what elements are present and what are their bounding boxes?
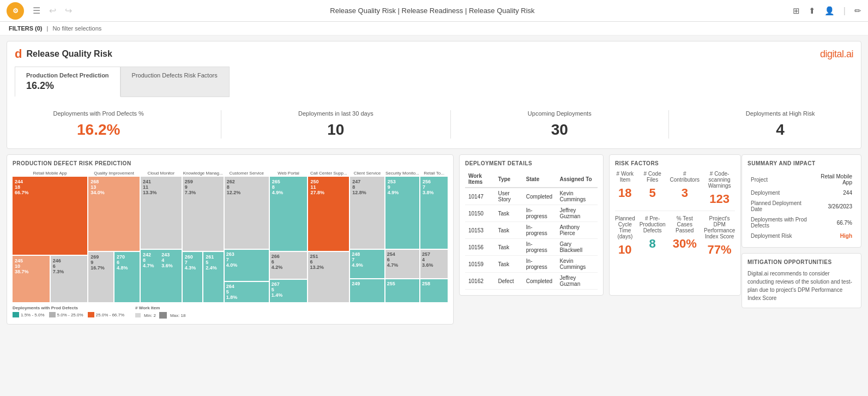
table-row[interactable]: 10156TaskIn-progressGary Blackwell <box>465 239 598 256</box>
tm-cell-266-267: 266 6 4.2% 267 5 1.4% <box>270 252 308 302</box>
app-logo[interactable]: ⚙ <box>7 2 24 20</box>
treemap-grid: 244 18 66.7% 245 10 38.7% 246 6 <box>13 177 448 302</box>
treemap-col-7: 250 11 27.8% 251 6 13.2% <box>308 177 349 302</box>
tm-cell-257[interactable]: 257 4 3.6% <box>420 250 448 278</box>
tm-cell-269[interactable]: 269 9 16.7% <box>88 252 113 302</box>
filter-icon[interactable]: ⊞ <box>793 6 800 16</box>
tm-cell-245[interactable]: 245 10 38.7% <box>13 256 50 302</box>
undo-icon[interactable]: ↩ <box>49 5 56 16</box>
tm-cell-254[interactable]: 254 6 4.7% <box>385 250 419 278</box>
mitigation-title: MITIGATION OPPORTUNITIES <box>748 259 855 265</box>
tm-cell-247[interactable]: 247 8 12.8% <box>350 177 384 249</box>
kpi-upcoming: Upcoming Deployments 30 <box>528 110 592 139</box>
treemap-col-1: 244 18 66.7% 245 10 38.7% 246 6 <box>13 177 87 302</box>
tm-cell-251-item[interactable]: 251 6 13.2% <box>308 252 349 302</box>
user-icon[interactable]: 👤 <box>824 6 835 16</box>
tm-cell-261[interactable]: 261 5 2.4% <box>203 252 223 302</box>
right-col: SUMMARY AND IMPACT Project Retail Mobile… <box>742 154 861 325</box>
redo-icon[interactable]: ↪ <box>65 5 72 16</box>
header-section: d Release Quality Risk digital.ai Produc… <box>7 41 861 149</box>
tm-cell-267[interactable]: 267 5 1.4% <box>270 280 308 302</box>
col-header-1: Retail Mobile App <box>13 171 87 176</box>
summary-row: Deployment 244 <box>749 188 854 197</box>
col-type: Type <box>495 171 523 188</box>
svg-text:⚙: ⚙ <box>13 7 19 15</box>
tab-risk-factors[interactable]: Production Defects Risk Factors <box>120 67 230 97</box>
tm-cell-258[interactable]: 258 <box>420 279 448 302</box>
risk-value-8: 77% <box>704 243 735 257</box>
summary-row: Deployment Risk High <box>749 231 854 241</box>
col-header-8: Client Service <box>350 171 384 176</box>
tm-cell-260[interactable]: 260 7 4.3% <box>183 252 202 302</box>
tm-cell-248-249: 248 7 4.9% 249 <box>350 250 384 302</box>
col-header-4: Knowledge Manag... <box>183 171 224 176</box>
tm-cell-266[interactable]: 266 6 4.2% <box>270 252 308 279</box>
tm-cell-244[interactable]: 244 18 66.7% <box>13 177 87 255</box>
risk-grid: # Work Item 18 # Code Files 5 # Contribu… <box>615 171 735 257</box>
table-row[interactable]: 10159TaskIn-progressKevin Cummings <box>465 256 598 273</box>
summary-value-risk: High <box>814 231 854 241</box>
summary-label-defects: Deployments with Prod Defects <box>749 215 813 230</box>
bottom-row: PRODUCTION DEFECT RISK PREDICTION Retail… <box>7 154 861 325</box>
tabs-row: Production Defect Prediction 16.2% Produ… <box>15 67 853 97</box>
tm-cell-256[interactable]: 256 7 3.8% <box>420 177 448 249</box>
risk-value-2: 5 <box>640 186 666 200</box>
filters-bar: FILTERS (0) | No filter selections <box>0 22 868 35</box>
legend-orange: 25.0% - 66.7% <box>88 312 124 317</box>
col-work-items: Work Items <box>465 171 495 188</box>
kpi-value-3: 30 <box>528 121 592 139</box>
deployment-header-row: Work Items Type State Assigned To <box>465 171 598 188</box>
header-top: d Release Quality Risk digital.ai <box>15 47 853 61</box>
tab-production-defect[interactable]: Production Defect Prediction 16.2% <box>15 67 120 97</box>
filters-text: No filter selections <box>52 25 101 32</box>
filters-label[interactable]: FILTERS (0) <box>9 25 43 32</box>
tab-value-1: 16.2% <box>26 80 109 92</box>
tm-cell-253[interactable]: 253 9 4.9% <box>385 177 419 249</box>
tm-cell-268[interactable]: 268 13 34.0% <box>88 177 140 251</box>
tm-cell-241[interactable]: 241 11 13.3% <box>141 177 182 249</box>
treemap-col-3: 241 11 13.3% 242 8 4.7% 243 <box>141 177 182 302</box>
treemap-col-10: 256 7 3.8% 257 4 3.6% 258 <box>420 177 448 302</box>
risk-label-5: Planned Cycle Time (days) <box>615 215 635 239</box>
legend-swatch-teal <box>13 312 19 317</box>
tm-cell-242-243[interactable]: 242 8 4.7% 243 4 3.6% <box>141 250 182 302</box>
tm-cell-264[interactable]: 264 5 1.8% <box>225 282 269 302</box>
menu-icon[interactable]: ☰ <box>33 5 40 16</box>
export-icon[interactable]: ⬆ <box>809 6 816 16</box>
kpi-high-risk: Deployments at High Risk 4 <box>746 110 815 139</box>
legend-swatch-max <box>159 312 167 319</box>
treemap-title: PRODUCTION DEFECT RISK PREDICTION <box>13 160 448 166</box>
edit-icon[interactable]: ✏ <box>854 6 861 16</box>
tm-cell-257-258: 257 4 3.6% 258 <box>420 250 448 302</box>
tm-cell-270[interactable]: 270 6 4.8% <box>114 252 140 302</box>
tm-cell-259[interactable]: 259 9 7.3% <box>183 177 224 251</box>
col-header-9: Security Monito... <box>385 171 419 176</box>
table-row[interactable]: 10147User StoryCompletedKevin Cummings <box>465 188 598 205</box>
risk-value-5: 10 <box>615 243 635 257</box>
tm-cell-249[interactable]: 249 <box>350 279 384 302</box>
panel-summary: SUMMARY AND IMPACT Project Retail Mobile… <box>742 154 861 248</box>
table-row[interactable]: 10153TaskIn-progressAnthony Pierce <box>465 222 598 239</box>
tm-cell-255[interactable]: 255 <box>385 279 419 302</box>
kpi-last30: Deployments in last 30 days 10 <box>298 110 373 139</box>
risk-value-3: 3 <box>670 186 700 200</box>
col-header-10: Retail To... <box>420 171 448 176</box>
table-row[interactable]: 10150TaskIn-progressJeffrey Guzman <box>465 205 598 222</box>
tm-cell-246[interactable]: 246 6 7.3% <box>51 256 88 302</box>
tm-cell-263[interactable]: 263 7 4.0% <box>225 250 269 281</box>
legend-swatch-min <box>135 313 141 317</box>
tm-cell-262[interactable]: 262 8 12.2% <box>225 177 269 249</box>
risk-label-6: # Pre-Production Defects <box>640 215 666 233</box>
tm-cell-248[interactable]: 248 7 4.9% <box>350 250 384 278</box>
treemap-col-8: 247 8 12.8% 248 7 4.9% 249 <box>350 177 384 302</box>
treemap-col-5: 262 8 12.2% 263 7 4.0% 264 5 1. <box>225 177 269 302</box>
risk-value-1: 18 <box>615 186 635 200</box>
kpi-label-2: Deployments in last 30 days <box>298 110 373 117</box>
legend-max: Max: 18 <box>170 313 185 318</box>
summary-row: Deployments with Prod Defects 66.7% <box>749 215 854 230</box>
tm-cell-250[interactable]: 250 11 27.8% <box>308 177 349 251</box>
tab-label-2: Production Defects Risk Factors <box>132 72 218 79</box>
table-row[interactable]: 10162DefectCompletedJeffrey Guzman <box>465 273 598 290</box>
panel-treemap: PRODUCTION DEFECT RISK PREDICTION Retail… <box>7 154 454 325</box>
tm-cell-265[interactable]: 265 8 4.9% <box>270 177 308 251</box>
